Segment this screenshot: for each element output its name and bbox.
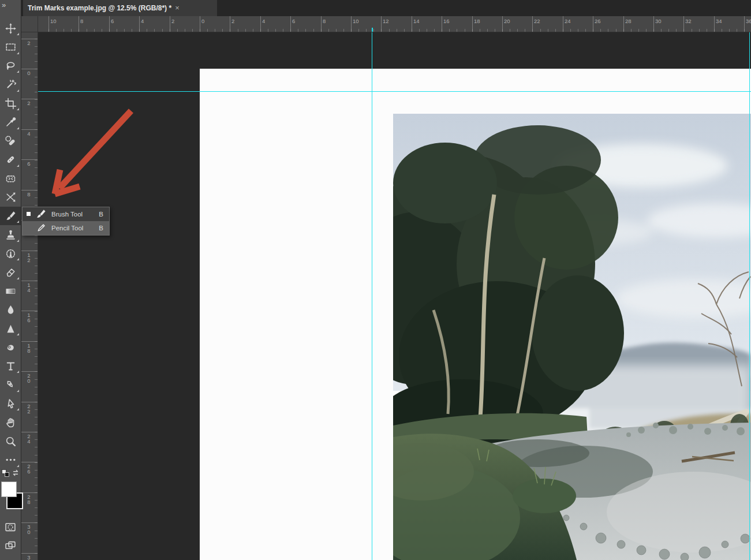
flyout-item-label: Brush Tool	[51, 211, 83, 218]
ruler-label: 36	[746, 18, 751, 24]
ruler-minor-tick	[200, 29, 200, 32]
ruler-minor-tick	[616, 29, 617, 32]
color-mini-controls	[0, 468, 21, 479]
blur-icon	[5, 304, 17, 316]
tab-bar: Trim Marks example.jpg @ 12.5% (RGB/8*) …	[21, 0, 751, 16]
ruler-minor-tick	[35, 364, 38, 364]
pen-tool[interactable]	[0, 376, 21, 394]
foreground-color-swatch[interactable]	[1, 481, 17, 497]
ruler-minor-tick	[35, 507, 38, 508]
ruler-minor-tick	[35, 417, 38, 417]
ruler-label: 34	[716, 18, 722, 24]
swap-colors-icon[interactable]	[11, 468, 20, 477]
ruler-label: 4	[262, 18, 265, 24]
ruler-minor-tick	[343, 29, 344, 32]
ruler-minor-tick	[124, 29, 125, 32]
flyout-corner-icon	[17, 52, 19, 54]
sharpen-tool[interactable]	[0, 319, 21, 338]
guide-vertical-right[interactable]	[749, 32, 750, 560]
default-colors-icon[interactable]	[1, 469, 10, 477]
pencil-flyout-icon	[35, 222, 47, 234]
sharpen-icon	[5, 323, 17, 335]
ruler-minor-tick	[35, 92, 38, 92]
ruler-minor-tick	[35, 515, 38, 516]
ruler-minor-tick	[35, 319, 38, 319]
brush-tool-flyout: Brush ToolBPencil ToolB	[22, 207, 110, 236]
brush-tool[interactable]	[0, 207, 21, 225]
rectangular-marquee-tool[interactable]	[0, 38, 21, 57]
brush-flyout-icon	[35, 208, 47, 220]
ruler-label: 2	[231, 18, 234, 24]
ruler-minor-tick	[585, 29, 586, 32]
ruler-corner[interactable]	[21, 16, 38, 32]
edit-toolbar[interactable]	[0, 451, 21, 469]
content-aware-move-tool[interactable]	[0, 188, 21, 207]
ruler-label: 30	[21, 524, 37, 535]
collapse-panel-icon[interactable]: »	[2, 1, 6, 9]
healing-brush-tool[interactable]	[0, 151, 21, 169]
ruler-minor-tick	[192, 29, 193, 32]
ruler-minor-tick	[389, 29, 390, 32]
ruler-minor-tick	[699, 29, 700, 32]
placed-photo[interactable]	[393, 114, 751, 560]
ruler-minor-tick	[35, 39, 38, 39]
history-brush-tool[interactable]	[0, 244, 21, 263]
ruler-minor-tick	[412, 29, 412, 32]
magic-wand-tool[interactable]	[0, 76, 21, 94]
direct-selection-tool[interactable]	[0, 394, 21, 413]
clone-stamp-tool[interactable]	[0, 226, 21, 244]
flyout-corner-icon	[17, 221, 19, 223]
ruler-label: 26	[595, 18, 601, 24]
guide-vertical[interactable]	[372, 32, 372, 560]
ruler-minor-tick	[714, 29, 715, 32]
ruler-minor-tick	[449, 29, 450, 32]
screen-mode-icon[interactable]	[4, 539, 17, 552]
tab-close-icon[interactable]: ×	[175, 5, 180, 12]
ruler-minor-tick	[35, 349, 38, 349]
vertical-ruler[interactable]: 202468101214161820222426283032	[21, 32, 38, 560]
patch-icon	[5, 173, 17, 185]
smudge-tool[interactable]	[0, 338, 21, 357]
ruler-minor-tick	[109, 29, 110, 32]
patch-tool[interactable]	[0, 169, 21, 188]
ruler-minor-tick	[35, 371, 38, 372]
spot-healing-brush-tool[interactable]	[0, 132, 21, 150]
document-tab[interactable]: Trim Marks example.jpg @ 12.5% (RGB/8*) …	[23, 0, 217, 16]
hand-tool[interactable]	[0, 413, 21, 432]
ruler-minor-tick	[729, 29, 730, 32]
ruler-label: 14	[21, 282, 37, 293]
type-tool[interactable]	[0, 357, 21, 375]
ruler-minor-tick	[442, 29, 442, 32]
ruler-minor-tick	[532, 29, 533, 32]
ruler-label: 20	[504, 18, 510, 24]
ruler-label: 28	[21, 494, 37, 505]
gradient-tool[interactable]	[0, 282, 21, 300]
spot-healing-icon	[5, 135, 17, 147]
zoom-tool[interactable]	[0, 432, 21, 450]
eraser-tool[interactable]	[0, 263, 21, 282]
ruler-minor-tick	[548, 29, 548, 32]
move-icon	[5, 23, 17, 35]
quick-mask-icon[interactable]	[4, 521, 17, 533]
blur-tool[interactable]	[0, 301, 21, 319]
flyout-corner-icon	[17, 240, 19, 242]
lasso-tool[interactable]	[0, 57, 21, 75]
ruler-minor-tick	[35, 394, 38, 395]
guide-horizontal[interactable]	[38, 91, 751, 92]
ruler-minor-tick	[35, 61, 38, 62]
ruler-minor-tick	[502, 29, 503, 32]
ruler-minor-tick	[305, 29, 306, 32]
clone-stamp-icon	[5, 229, 17, 241]
horizontal-ruler[interactable]: 108642024681012141618202224262830323436	[38, 16, 751, 32]
move-tool[interactable]	[0, 19, 21, 38]
ruler-minor-tick	[35, 546, 38, 546]
ruler-label: 28	[625, 18, 632, 24]
annotation-arrow	[44, 102, 145, 203]
flyout-item-brush-tool[interactable]: Brush ToolB	[23, 207, 109, 221]
ruler-label: 20	[21, 373, 37, 383]
crop-tool[interactable]	[0, 94, 21, 113]
flyout-item-pencil-tool[interactable]: Pencil ToolB	[23, 221, 109, 235]
canvas-area[interactable]	[38, 32, 751, 560]
eyedropper-tool[interactable]	[0, 113, 21, 132]
gradient-icon	[5, 285, 17, 297]
